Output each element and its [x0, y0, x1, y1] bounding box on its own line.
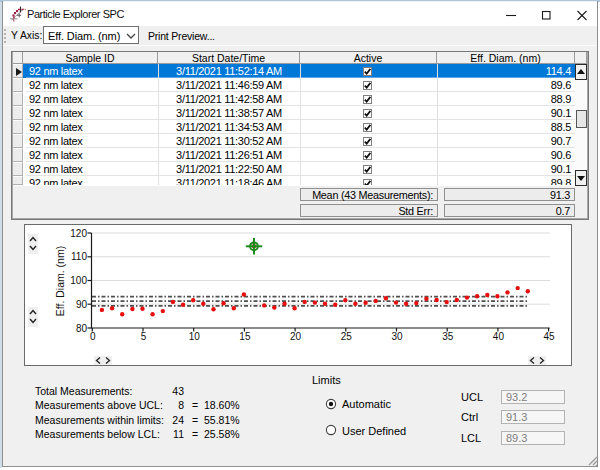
svg-text:45: 45	[544, 331, 556, 342]
svg-text:30: 30	[391, 331, 403, 342]
svg-text:90: 90	[76, 299, 88, 310]
svg-text:15: 15	[239, 331, 251, 342]
svg-text:120: 120	[70, 228, 87, 239]
svg-text:25: 25	[341, 331, 353, 342]
svg-text:80: 80	[76, 323, 88, 334]
svg-text:40: 40	[493, 331, 505, 342]
svg-text:10: 10	[189, 331, 201, 342]
svg-text:20: 20	[290, 331, 302, 342]
svg-text:35: 35	[442, 331, 454, 342]
svg-text:100: 100	[70, 275, 87, 286]
svg-text:0: 0	[90, 331, 96, 342]
svg-text:110: 110	[71, 251, 87, 262]
svg-text:5: 5	[141, 331, 147, 342]
